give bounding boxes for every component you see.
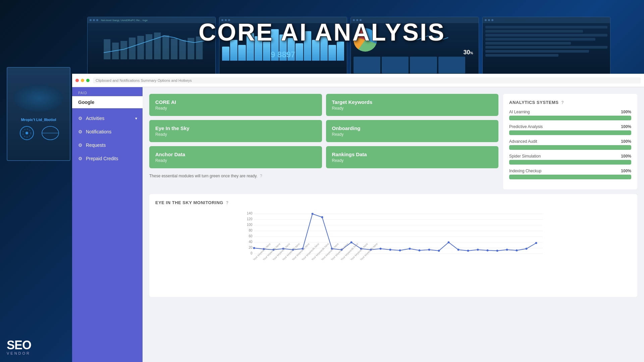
svg-text:60: 60: [249, 234, 253, 238]
svg-point-58: [496, 250, 498, 252]
module-anchor-data-status: Ready: [155, 158, 316, 163]
analytics-row-spider-simulation: Spider Simulation 100%: [509, 154, 631, 165]
svg-text:Your keywords here: Your keywords here: [282, 242, 301, 261]
sidebar-nav: ⚙ Activities ▼ ⚙ Notifications ⚙ Request…: [72, 112, 143, 165]
paid-badge: PAID: [72, 87, 143, 96]
sidebar-item-requests-label: Requests: [86, 142, 106, 148]
svg-point-60: [516, 249, 518, 251]
svg-text:Your keywords here: Your keywords here: [321, 242, 340, 261]
analytics-title: ANALYTICS SYSTEMS ?: [509, 100, 631, 105]
svg-point-49: [409, 248, 411, 250]
module-rankings-data-name: Rankings Data: [332, 152, 493, 157]
analytics-label-ai-learning: AI Learning: [509, 110, 530, 114]
svg-point-55: [467, 250, 469, 252]
svg-point-14: [25, 132, 28, 134]
progress-bar-fill-advanced-audit: [509, 145, 631, 150]
sidebar-item-activities-label: Activities: [86, 116, 104, 121]
analytics-pct-ai-learning: 100%: [621, 110, 631, 114]
modules-section: CORE AI Ready Target Keywords Ready Eye …: [149, 94, 498, 189]
module-card-target-keywords[interactable]: Target Keywords Ready: [326, 94, 499, 116]
close-dot: [75, 79, 79, 82]
seo-vendor-logo: SEO VENDOR: [7, 339, 31, 355]
progress-bar-bg-predictive-analysis: [509, 130, 631, 135]
analytics-row-indexing-checkup: Indexing Checkup 100%: [509, 169, 631, 179]
sidebar-item-prepaid-credits[interactable]: ⚙ Prepaid Credits: [72, 152, 143, 165]
analytics-row-ai-learning: AI Learning 100%: [509, 110, 631, 120]
sidebar-item-prepaid-credits-label: Prepaid Credits: [86, 156, 118, 161]
svg-point-61: [526, 248, 528, 250]
monitor-screen-text: Mropic't Ltd_8botiol: [14, 115, 63, 146]
seo-logo-text: SEO: [7, 339, 31, 351]
progress-bar-fill-predictive-analysis: [509, 130, 631, 135]
sidebar-item-notifications-label: Notifications: [86, 129, 111, 134]
eye-in-sky-chart: 140 120 100 80 60 40 20 0: [155, 210, 631, 291]
url-bar[interactable]: Clipboard and Notifications Summary Opti…: [93, 77, 641, 83]
analytics-row-predictive-analysis: Predictive Analysis 100%: [509, 124, 631, 135]
info-help-icon[interactable]: ?: [260, 174, 262, 178]
module-card-anchor-data[interactable]: Anchor Data Ready: [149, 146, 322, 168]
analytics-label-predictive-analysis: Predictive Analysis: [509, 124, 543, 129]
analytics-label-indexing-checkup: Indexing Checkup: [509, 169, 541, 173]
progress-bar-fill-indexing-checkup: [509, 175, 631, 179]
window-controls: [75, 79, 90, 82]
module-card-eye-in-the-sky[interactable]: Eye In the Sky Ready: [149, 120, 322, 142]
prepaid-credits-icon: ⚙: [78, 156, 83, 161]
analytics-label-advanced-audit: Advanced Audit: [509, 139, 537, 144]
svg-point-51: [428, 249, 430, 251]
analytics-pct-spider-simulation: 100%: [621, 154, 631, 159]
svg-text:140: 140: [247, 212, 253, 215]
svg-point-57: [487, 249, 489, 251]
top-browser-bar: Clipboard and Notifications Summary Opti…: [72, 74, 644, 87]
svg-text:Your keywords here: Your keywords here: [311, 242, 330, 261]
module-card-rankings-data[interactable]: Rankings Data Ready: [326, 146, 499, 168]
svg-point-56: [477, 249, 479, 251]
progress-bar-fill-ai-learning: [509, 116, 631, 120]
analytics-pct-predictive-analysis: 100%: [621, 124, 631, 129]
svg-point-59: [506, 249, 508, 251]
svg-point-53: [448, 241, 450, 243]
svg-point-48: [399, 249, 401, 251]
svg-text:Your keywords here: Your keywords here: [350, 242, 369, 261]
left-monitor-decoration: Mropic't Ltd_8botiol: [7, 67, 70, 161]
module-rankings-data-status: Ready: [332, 158, 493, 163]
sidebar-item-activities[interactable]: ⚙ Activities ▼: [72, 112, 143, 125]
progress-bar-fill-spider-simulation: [509, 160, 631, 165]
progress-bar-bg-advanced-audit: [509, 145, 631, 150]
analytics-row-advanced-audit: Advanced Audit 100%: [509, 139, 631, 150]
monitoring-help-icon[interactable]: ?: [226, 200, 229, 205]
svg-point-33: [253, 247, 255, 249]
analytics-pct-advanced-audit: 100%: [621, 139, 631, 144]
svg-text:Your keywords here: Your keywords here: [262, 242, 281, 261]
page-title: CORE AI ANALYSIS: [0, 18, 644, 46]
svg-text:Your keywords here: Your keywords here: [340, 242, 359, 261]
vendor-logo-text: VENDOR: [7, 351, 31, 355]
svg-point-54: [458, 249, 460, 251]
svg-point-52: [438, 250, 440, 252]
info-text: These essential modules will turn green …: [149, 174, 498, 178]
module-eye-in-the-sky-status: Ready: [155, 132, 316, 137]
module-eye-in-the-sky-name: Eye In the Sky: [155, 125, 316, 131]
analytics-label-spider-simulation: Spider Simulation: [509, 154, 541, 159]
module-core-ai-name: CORE AI: [155, 99, 316, 105]
progress-bar-bg-indexing-checkup: [509, 175, 631, 179]
svg-text:Your keywords here: Your keywords here: [291, 242, 311, 261]
svg-text:20: 20: [249, 246, 253, 249]
progress-bar-bg-spider-simulation: [509, 160, 631, 165]
chevron-down-icon: ▼: [135, 117, 138, 120]
analytics-help-icon[interactable]: ?: [561, 100, 564, 105]
svg-text:Your keywords here: Your keywords here: [360, 242, 379, 261]
svg-point-50: [419, 249, 421, 251]
minimize-dot: [81, 79, 84, 82]
sidebar-item-requests[interactable]: ⚙ Requests: [72, 138, 143, 152]
sidebar-item-notifications[interactable]: ⚙ Notifications: [72, 125, 143, 138]
svg-text:120: 120: [247, 217, 253, 221]
svg-text:40: 40: [249, 240, 253, 244]
module-card-onboarding[interactable]: Onboarding Ready: [326, 120, 499, 142]
progress-bar-bg-ai-learning: [509, 116, 631, 120]
module-target-keywords-status: Ready: [332, 106, 493, 111]
sidebar-account[interactable]: Google: [72, 96, 143, 108]
module-card-core-ai[interactable]: CORE AI Ready: [149, 94, 322, 116]
module-onboarding-status: Ready: [332, 132, 493, 137]
monitoring-title: EYE IN THE SKY MONITORING ?: [155, 200, 631, 205]
module-target-keywords-name: Target Keywords: [332, 99, 493, 105]
